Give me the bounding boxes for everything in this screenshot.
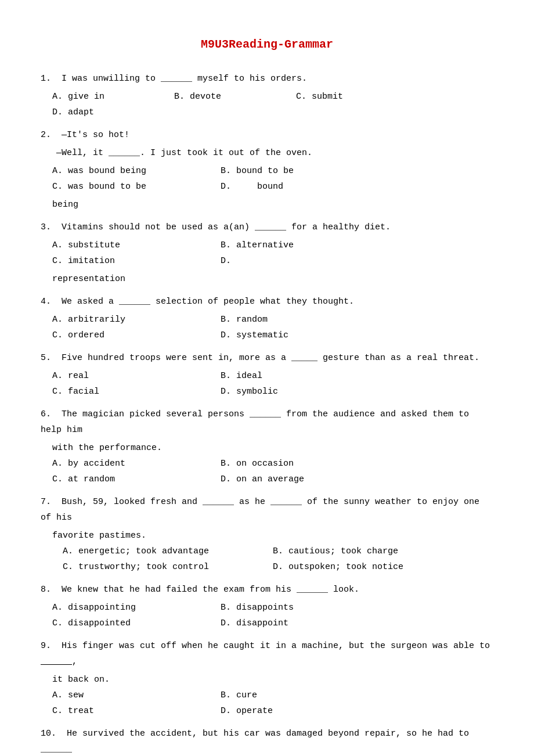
option-5c: C. facial [52, 384, 215, 399]
option-2a: A. was bound being [52, 163, 215, 179]
option-4b: B. random [221, 312, 383, 327]
option-8a: A. disappointing [52, 600, 215, 615]
option-7a: A. energetic; took advantage [52, 543, 273, 559]
question-4-options: A. arbitrarily B. random C. ordered D. s… [41, 312, 493, 343]
option-3b: B. alternative [221, 237, 383, 253]
option-9a: A. sew [52, 687, 215, 703]
option-1b: B. devote [174, 89, 290, 105]
option-8b: B. disappoints [221, 600, 383, 615]
question-1: 1. I was unwilling to ______ myself to h… [41, 71, 493, 120]
option-4d: D. systematic [221, 327, 337, 343]
question-9-continuation: it back on. [41, 672, 493, 687]
option-5d: D. symbolic [221, 384, 337, 399]
option-5b: B. ideal [221, 368, 383, 384]
question-4: 4. We asked a ______ selection of people… [41, 294, 493, 343]
option-2b: B. bound to be [221, 163, 337, 179]
question-7: 7. Bush, 59, looked fresh and ______ as … [41, 494, 493, 575]
option-1a: A. give in [52, 89, 168, 105]
option-9d: D. operate [221, 703, 337, 719]
question-2-text1: 2. —It's so hot! [41, 127, 493, 143]
question-7-continuation: favorite pastimes. [41, 528, 493, 543]
question-6-options: A. by accident B. on occasion C. at rand… [41, 456, 493, 487]
question-6-continuation: with the performance. [41, 440, 493, 456]
question-8-options: A. disappointing B. disappoints C. disap… [41, 600, 493, 631]
question-9-text: 9. His finger was cut off when he caught… [41, 638, 493, 669]
option-8c: C. disappointed [52, 615, 215, 631]
option-9b: B. cure [221, 687, 383, 703]
question-3: 3. Vitamins should not be used as a(an) … [41, 219, 493, 287]
question-5-options: A. real B. ideal C. facial D. symbolic [41, 368, 493, 399]
question-2-text2: —Well, it ______. I just took it out of … [41, 145, 493, 161]
question-9: 9. His finger was cut off when he caught… [41, 638, 493, 719]
question-2-continuation: being [41, 197, 493, 213]
question-3-text: 3. Vitamins should not be used as a(an) … [41, 219, 493, 235]
question-1-text: 1. I was unwilling to ______ myself to h… [41, 71, 493, 87]
question-2-options: A. was bound being B. bound to be C. was… [41, 163, 493, 195]
option-2d: D. bound [221, 179, 337, 195]
option-3a: A. substitute [52, 237, 215, 253]
option-5a: A. real [52, 368, 215, 384]
question-8-text: 8. We knew that he had failed the exam f… [41, 582, 493, 597]
option-4c: C. ordered [52, 327, 215, 343]
option-7d: D. outspoken; took notice [273, 559, 493, 575]
question-8: 8. We knew that he had failed the exam f… [41, 582, 493, 631]
option-6c: C. at random [52, 471, 215, 487]
question-7-options: A. energetic; took advantage B. cautious… [41, 543, 493, 575]
option-1d: D. adapt [52, 105, 168, 120]
question-4-text: 4. We asked a ______ selection of people… [41, 294, 493, 309]
option-7c: C. trustworthy; took control [52, 559, 273, 575]
question-10: 10. He survived the accident, but his ca… [41, 726, 493, 756]
option-1c: C. submit [296, 89, 412, 105]
option-9c: C. treat [52, 703, 215, 719]
question-5-text: 5. Five hundred troops were sent in, mor… [41, 350, 493, 366]
option-6a: A. by accident [52, 456, 215, 471]
question-2: 2. —It's so hot! —Well, it ______. I jus… [41, 127, 493, 213]
question-3-continuation: representation [41, 271, 493, 287]
question-1-options: A. give in B. devote C. submit D. adapt [41, 89, 493, 120]
option-3c: C. imitation [52, 253, 215, 269]
question-6-text: 6. The magician picked several persons _… [41, 406, 493, 438]
question-6: 6. The magician picked several persons _… [41, 406, 493, 487]
option-8d: D. disappoint [221, 615, 337, 631]
option-6d: D. on an average [221, 471, 337, 487]
option-6b: B. on occasion [221, 456, 383, 471]
question-10-text: 10. He survived the accident, but his ca… [41, 726, 493, 756]
option-3d: D. [221, 253, 337, 269]
question-3-options: A. substitute B. alternative C. imitatio… [41, 237, 493, 269]
page-title: M9U3Reading-Grammar [41, 35, 493, 55]
option-7b: B. cautious; took charge [273, 543, 493, 559]
question-9-options: A. sew B. cure C. treat D. operate [41, 687, 493, 719]
option-2c: C. was bound to be [52, 179, 215, 195]
question-7-text: 7. Bush, 59, looked fresh and ______ as … [41, 494, 493, 525]
option-4a: A. arbitrarily [52, 312, 215, 327]
question-5: 5. Five hundred troops were sent in, mor… [41, 350, 493, 399]
